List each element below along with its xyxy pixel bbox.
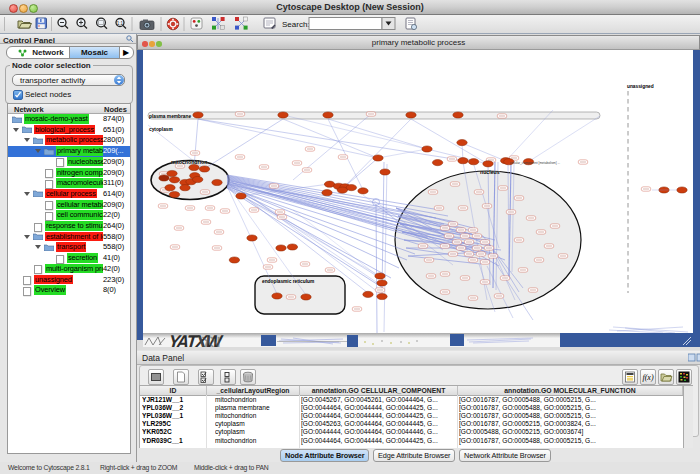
svg-text:endoplasmic reticulum: endoplasmic reticulum [262, 279, 314, 284]
svg-text:mitochondrion: mitochondrion [171, 159, 207, 165]
svg-text:nucleus: nucleus [480, 169, 500, 175]
svg-text:1:1: 1:1 [117, 21, 124, 26]
svg-text:cytoplasm: cytoplasm [149, 127, 173, 132]
svg-text:unassigned: unassigned [627, 84, 654, 89]
svg-text:plasma membrane: plasma membrane [149, 114, 191, 119]
svg-text:Search:: Search: [282, 20, 310, 29]
svg-text:f(x): f(x) [642, 373, 653, 382]
svg-text:cellular_component [metabolism: cellular_component [metabolism] ... [510, 161, 560, 165]
